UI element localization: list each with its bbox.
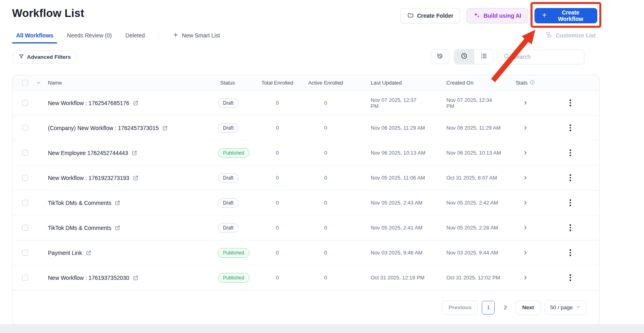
column-header-stats[interactable]: Stats (501, 80, 549, 86)
last-updated-value: Nov 05 2025, 2:43 AM (350, 200, 425, 206)
external-link-icon[interactable] (133, 175, 138, 181)
active-enrolled-count[interactable]: 0 (301, 225, 350, 231)
next-page-button[interactable]: Next (516, 300, 540, 315)
search-input[interactable] (513, 54, 579, 60)
chevron-down-icon[interactable] (36, 80, 48, 85)
page-header: Workflow List Create Folder Build using … (0, 0, 644, 23)
page-size-select[interactable]: 50 / page (545, 300, 586, 315)
workflow-table: Name Status Total Enrolled Active Enroll… (12, 75, 600, 325)
stats-expand-chevron-icon[interactable] (501, 125, 549, 131)
search-icon (504, 53, 510, 61)
workflow-name[interactable]: Payment Link (48, 250, 82, 256)
advanced-filters-button[interactable]: Advanced Filters (12, 50, 77, 64)
row-checkbox[interactable] (22, 100, 28, 106)
row-checkbox[interactable] (22, 250, 28, 256)
external-link-icon[interactable] (133, 275, 138, 281)
external-link-icon[interactable] (115, 225, 120, 231)
create-folder-button[interactable]: Create Folder (400, 8, 460, 23)
active-enrolled-count[interactable]: 0 (301, 100, 350, 106)
stats-expand-chevron-icon[interactable] (501, 250, 549, 256)
previous-page-button[interactable]: Previous (442, 300, 478, 315)
workflow-name[interactable]: TikTok DMs & Comments (48, 225, 111, 231)
tab-all-workflows[interactable]: All Workflows (16, 32, 53, 43)
last-updated-value: Nov 05 2025, 2:41 AM (350, 225, 425, 231)
total-enrolled-count[interactable]: 0 (253, 125, 301, 131)
column-header-active-enrolled[interactable]: Active Enrolled (301, 80, 350, 86)
row-checkbox[interactable] (22, 175, 28, 181)
page-number-1[interactable]: 1 (482, 301, 495, 314)
status-badge: Draft (218, 98, 239, 108)
tab-needs-review[interactable]: Needs Review (0) (67, 32, 111, 43)
build-using-ai-button[interactable]: Build using AI (466, 8, 528, 23)
column-header-total-enrolled[interactable]: Total Enrolled (253, 80, 301, 86)
external-link-icon[interactable] (132, 150, 137, 156)
workflow-name[interactable]: TikTok DMs & Comments (48, 200, 111, 206)
create-workflow-button[interactable]: Create Workflow (535, 8, 597, 23)
row-checkbox[interactable] (22, 125, 28, 131)
stats-expand-chevron-icon[interactable] (501, 150, 549, 156)
total-enrolled-count[interactable]: 0 (253, 100, 301, 106)
row-menu-button[interactable] (549, 149, 599, 156)
row-menu-button[interactable] (549, 99, 599, 106)
total-enrolled-count[interactable]: 0 (253, 150, 301, 156)
row-menu-button[interactable] (549, 274, 599, 281)
external-link-icon[interactable] (162, 125, 168, 131)
active-enrolled-count[interactable]: 0 (301, 200, 350, 206)
row-menu-button[interactable] (549, 174, 599, 181)
stats-expand-chevron-icon[interactable] (501, 225, 549, 231)
column-header-name[interactable]: Name (48, 80, 209, 86)
row-checkbox[interactable] (22, 225, 28, 231)
time-view-toggle[interactable] (454, 50, 474, 64)
page-number-2[interactable]: 2 (499, 301, 512, 314)
row-checkbox[interactable] (22, 200, 28, 206)
created-on-value: Nov 05 2025, 2:28 AM (425, 225, 501, 231)
workflow-name[interactable]: New Workflow : 1762547685176 (48, 100, 129, 106)
tab-deleted[interactable]: Deleted (126, 32, 145, 43)
status-badge: Draft (218, 198, 239, 208)
workflow-name[interactable]: (Company) New Workflow : 1762457373015 (48, 125, 159, 131)
column-header-last-updated[interactable]: Last Updated (350, 80, 425, 86)
stats-expand-chevron-icon[interactable] (501, 275, 549, 281)
kebab-icon (570, 199, 571, 206)
new-smart-list-button[interactable]: New Smart List (173, 32, 220, 44)
row-menu-button[interactable] (549, 124, 599, 131)
external-link-icon[interactable] (133, 100, 138, 106)
column-header-status[interactable]: Status (209, 80, 253, 86)
active-enrolled-count[interactable]: 0 (301, 250, 350, 256)
active-enrolled-count[interactable]: 0 (301, 125, 350, 131)
select-all-checkbox[interactable] (22, 80, 28, 86)
table-row: New Employee 1762452744443 Published 0 0… (12, 141, 599, 165)
total-enrolled-count[interactable]: 0 (253, 175, 301, 181)
row-checkbox[interactable] (22, 150, 28, 156)
status-badge: Published (218, 148, 250, 158)
external-link-icon[interactable] (115, 200, 120, 206)
history-button[interactable] (431, 50, 449, 64)
active-enrolled-count[interactable]: 0 (301, 150, 350, 156)
total-enrolled-count[interactable]: 0 (253, 200, 301, 206)
external-link-icon[interactable] (86, 250, 91, 256)
workflow-name[interactable]: New Workflow : 1761923273193 (48, 175, 129, 181)
total-enrolled-count[interactable]: 0 (253, 225, 301, 231)
workflow-name[interactable]: New Employee 1762452744443 (48, 150, 128, 156)
funnel-icon (19, 54, 24, 60)
row-menu-button[interactable] (549, 199, 599, 206)
list-view-toggle[interactable] (474, 50, 493, 64)
row-menu-button[interactable] (549, 249, 599, 256)
stats-expand-chevron-icon[interactable] (501, 175, 549, 181)
customize-columns-icon (545, 31, 552, 39)
row-checkbox[interactable] (22, 275, 28, 281)
stats-expand-chevron-icon[interactable] (501, 200, 549, 206)
active-enrolled-count[interactable]: 0 (301, 175, 350, 181)
kebab-icon (570, 124, 571, 131)
total-enrolled-count[interactable]: 0 (253, 250, 301, 256)
workflow-name[interactable]: New Workflow : 1761937352030 (48, 275, 129, 281)
active-enrolled-count[interactable]: 0 (301, 275, 350, 281)
kebab-icon (570, 149, 571, 156)
row-menu-button[interactable] (549, 224, 599, 231)
last-updated-value: Oct 31 2025, 12:19 PM (350, 275, 425, 281)
total-enrolled-count[interactable]: 0 (253, 275, 301, 281)
customize-list-button[interactable]: Customize List (545, 31, 596, 44)
column-header-created-on[interactable]: Created On (425, 80, 501, 86)
created-on-value: Nov 07 2025, 12:34 PM (425, 97, 501, 109)
stats-expand-chevron-icon[interactable] (501, 100, 549, 106)
